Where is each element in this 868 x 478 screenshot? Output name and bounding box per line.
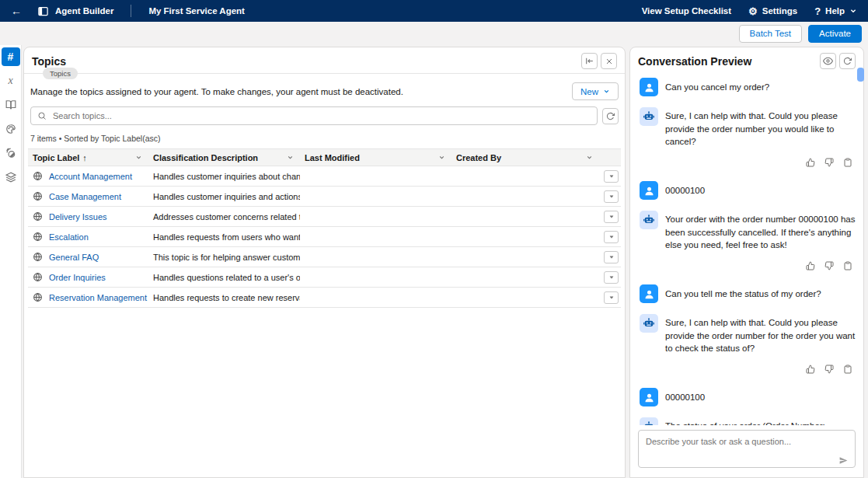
chevron-down-icon bbox=[608, 194, 615, 199]
close-panel-button[interactable] bbox=[601, 53, 617, 69]
message-text: The status of your order (Order Number: … bbox=[665, 420, 856, 425]
globe-icon bbox=[33, 171, 43, 181]
activate-button[interactable]: Activate bbox=[808, 25, 862, 43]
thumbs-up-icon[interactable] bbox=[806, 365, 815, 374]
copy-icon[interactable] bbox=[843, 365, 852, 374]
column-header-last-modified[interactable]: Last Modified bbox=[300, 153, 451, 162]
topic-link[interactable]: Escalation bbox=[49, 232, 89, 242]
thumbs-up-icon[interactable] bbox=[806, 261, 815, 270]
row-actions-button[interactable] bbox=[604, 251, 619, 263]
thumbs-up-icon[interactable] bbox=[806, 158, 815, 167]
copy-icon[interactable] bbox=[843, 261, 852, 270]
batch-test-button[interactable]: Batch Test bbox=[739, 25, 803, 43]
row-actions-button[interactable] bbox=[604, 190, 619, 203]
topic-description-cell: Handles customer inquiries and actions r… bbox=[148, 192, 300, 201]
column-header-topic-label[interactable]: Topic Label ↑ bbox=[28, 153, 148, 162]
agent-avatar bbox=[640, 314, 658, 333]
table-body: Account Management Handles customer inqu… bbox=[28, 166, 621, 308]
collapse-panel-button[interactable] bbox=[581, 53, 598, 69]
topic-link[interactable]: Case Management bbox=[49, 192, 121, 201]
thumbs-down-icon[interactable] bbox=[824, 365, 834, 374]
row-actions-button[interactable] bbox=[604, 170, 619, 183]
app-name: Agent Builder bbox=[55, 6, 113, 16]
person-icon bbox=[643, 185, 655, 197]
column-header-created-by[interactable]: Created By bbox=[451, 153, 599, 162]
message-body: Can you cancel my order? bbox=[665, 81, 769, 94]
view-setup-checklist-link[interactable]: View Setup Checklist bbox=[642, 6, 731, 16]
gear-icon: ⚙ bbox=[748, 6, 758, 16]
sidebar-item-topics[interactable]: # bbox=[2, 47, 20, 66]
chevron-down-icon bbox=[287, 155, 294, 160]
topic-link[interactable]: Account Management bbox=[49, 172, 132, 181]
topics-description: Manage the topics assigned to your agent… bbox=[30, 87, 403, 96]
chevron-down-icon bbox=[608, 295, 615, 300]
close-icon bbox=[605, 57, 614, 66]
left-icon-rail: # x bbox=[0, 45, 22, 478]
conversation-panel-title: Conversation Preview bbox=[638, 55, 751, 68]
table-row: Case Management Handles customer inquiri… bbox=[28, 187, 621, 207]
table-row: Delivery Issues Addresses customer conce… bbox=[28, 207, 621, 227]
navbar-divider bbox=[131, 5, 131, 17]
sidebar-item-layers[interactable] bbox=[2, 168, 20, 187]
chat-input[interactable] bbox=[638, 430, 856, 468]
topics-tab[interactable]: Topics bbox=[43, 68, 78, 79]
copy-icon[interactable] bbox=[843, 158, 852, 167]
chat-message: The status of your order (Order Number: … bbox=[640, 417, 856, 425]
sidebar-item-knowledge[interactable] bbox=[2, 96, 20, 114]
search-topics-input[interactable] bbox=[51, 110, 591, 121]
globe-icon bbox=[33, 211, 43, 222]
message-feedback-row bbox=[640, 158, 852, 167]
hash-icon: # bbox=[8, 51, 14, 63]
row-actions-button[interactable] bbox=[604, 231, 619, 243]
message-text: Sure, I can help with that. Could you pl… bbox=[665, 316, 856, 355]
thumbs-down-icon[interactable] bbox=[824, 158, 834, 167]
column-header-classification-description[interactable]: Classification Description bbox=[148, 153, 300, 162]
row-actions-button[interactable] bbox=[604, 211, 619, 223]
chat-message: Can you cancel my order? bbox=[640, 78, 856, 96]
items-summary: 7 items • Sorted by Topic Label(asc) bbox=[24, 125, 625, 148]
message-text: 00000100 bbox=[665, 391, 705, 404]
globe-icon bbox=[33, 272, 43, 282]
topics-table: Topic Label ↑ Classification Description… bbox=[28, 148, 621, 308]
thumbs-down-icon[interactable] bbox=[824, 261, 834, 270]
row-actions-button[interactable] bbox=[604, 271, 619, 284]
back-arrow-icon[interactable]: ← bbox=[11, 5, 22, 17]
message-body: The status of your order (Order Number: … bbox=[665, 417, 856, 425]
row-actions-button[interactable] bbox=[604, 291, 619, 304]
reset-conversation-button[interactable] bbox=[839, 53, 856, 69]
user-avatar bbox=[640, 181, 658, 200]
preview-eye-button[interactable] bbox=[820, 53, 836, 69]
message-text: Your order with the order number 0000010… bbox=[665, 213, 856, 252]
sidebar-item-variables[interactable]: x bbox=[2, 72, 20, 90]
table-row: Order Inquiries Handles questions relate… bbox=[28, 267, 621, 288]
new-topic-button[interactable]: New bbox=[572, 82, 619, 100]
send-icon[interactable] bbox=[838, 455, 849, 466]
agent-title: My First Service Agent bbox=[148, 6, 245, 16]
sort-asc-icon: ↑ bbox=[82, 153, 87, 162]
signal-globe-icon bbox=[5, 148, 16, 159]
refresh-list-button[interactable] bbox=[602, 108, 619, 124]
chat-message: Sure, I can help with that. Could you pl… bbox=[640, 314, 856, 355]
robot-icon bbox=[643, 317, 655, 330]
topic-link[interactable]: Delivery Issues bbox=[49, 212, 107, 222]
top-navbar: ← Agent Builder My First Service Agent V… bbox=[0, 0, 868, 22]
topic-description-cell: Handles customer inquiries about changin… bbox=[148, 172, 300, 181]
panel-scrollbar-thumb[interactable] bbox=[857, 68, 864, 82]
settings-menu[interactable]: ⚙ Settings bbox=[748, 6, 797, 16]
chat-message-list: Can you cancel my order? Sure, I can hel… bbox=[630, 73, 863, 425]
topic-description-cell: This topic is for helping answer custome… bbox=[148, 253, 300, 262]
help-menu[interactable]: ? Help bbox=[814, 5, 857, 17]
italic-x-icon: x bbox=[8, 75, 12, 87]
message-feedback-row bbox=[640, 365, 852, 374]
topic-link[interactable]: General FAQ bbox=[49, 253, 99, 262]
sidebar-item-channels[interactable] bbox=[2, 144, 20, 162]
chevron-down-icon bbox=[608, 275, 615, 280]
topic-link[interactable]: Order Inquiries bbox=[49, 273, 106, 282]
new-button-label: New bbox=[580, 87, 598, 96]
agent-avatar bbox=[640, 417, 658, 425]
topic-description-cell: Handles requests to create new reservati… bbox=[148, 293, 300, 302]
sidebar-item-theme[interactable] bbox=[2, 120, 20, 138]
app-chip[interactable]: Agent Builder bbox=[37, 5, 113, 17]
palette-icon bbox=[5, 124, 16, 134]
topic-link[interactable]: Reservation Management bbox=[49, 293, 147, 302]
